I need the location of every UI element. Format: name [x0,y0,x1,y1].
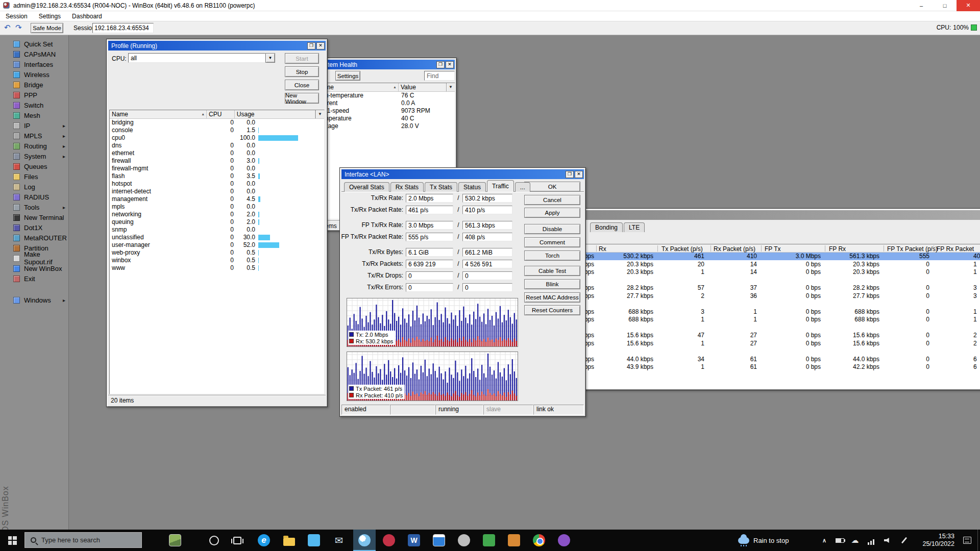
taskbar-calendar-button[interactable] [428,530,450,551]
column-header-fp-tx[interactable]: FP Tx [765,245,781,253]
profile-row[interactable]: bridging00.0 [110,119,324,127]
taskbar-media-purple-button[interactable] [553,530,575,551]
column-header-name[interactable]: Name▲ [110,110,207,118]
profile-row[interactable]: winbox00.5 [110,257,324,264]
profile-row[interactable]: console01.5 [110,127,324,134]
fp-tx-rx-rate-rx-input[interactable]: 561.3 kbps [462,221,512,230]
sidebar-item-new-terminal[interactable]: New Terminal [0,212,68,222]
taskbar-mail-button[interactable]: ✉ [328,530,350,551]
find-input[interactable]: Find [424,71,455,81]
tx-rx-packets-tx-input[interactable]: 6 639 219 [406,260,453,268]
sidebar-item-windows[interactable]: Windows▸ [0,295,68,305]
profile-row[interactable]: unclassified030.0 [110,234,324,241]
menu-session[interactable]: Session [0,11,33,21]
cpu-select-input[interactable]: all [128,53,265,63]
profile-row[interactable]: management04.5 [110,195,324,203]
sidebar-item-ip[interactable]: IP▸ [0,120,68,131]
sidebar-item-wireless[interactable]: Wireless [0,69,68,80]
restore-icon[interactable]: ❐ [307,42,315,49]
settings-button[interactable]: Settings [335,71,360,81]
start-button[interactable]: Start [285,53,319,64]
tab-status[interactable]: Status [458,182,486,192]
cloud-icon[interactable]: ☁ [848,530,862,551]
health-row[interactable]: current0.0 A [315,99,455,107]
close-icon[interactable]: ✕ [957,0,980,11]
ok-button[interactable]: OK [524,182,580,192]
weather-widget[interactable]: Rain to stop [738,530,789,551]
taskbar-store-button[interactable] [303,530,325,551]
torch-button[interactable]: Torch [524,251,580,261]
tab-traffic[interactable]: Traffic [487,180,514,192]
battery-icon[interactable] [833,530,846,551]
taskbar-winbox-button[interactable] [353,530,376,551]
sidebar-item-log[interactable]: Log [0,182,68,192]
sidebar-item-metarouter[interactable]: MetaROUTER [0,233,68,243]
minimize-icon[interactable]: – [910,0,933,11]
tab-bonding[interactable]: Bonding [590,222,623,232]
tab-overall-stats[interactable]: Overall Stats [344,182,389,192]
notification-center-icon[interactable] [961,530,974,551]
blink-button[interactable]: Blink [524,279,580,289]
sidebar-item-dot1x[interactable]: Dot1X [0,222,68,233]
sidebar-item-radius[interactable]: RADIUS [0,192,68,202]
cable-test-button[interactable]: Cable Test [524,266,580,276]
menu-dashboard[interactable]: Dashboard [66,11,108,21]
taskbar-search-input[interactable]: Type here to search [24,532,142,548]
tab-lte[interactable]: LTE [624,222,645,232]
tx-rx-bytes-rx-input[interactable]: 661.2 MiB [462,248,512,257]
filter-dropdown-icon[interactable]: ▼ [446,83,455,91]
tx-rx-packets-rx-input[interactable]: 4 526 591 [462,260,512,268]
column-header-value[interactable]: Value [399,83,446,91]
sidebar-item-exit[interactable]: Exit [0,273,68,284]
taskbar-pinned-photo-button[interactable] [164,530,186,551]
tx-rx-packet-rate-rx-input[interactable]: 410 p/s [462,206,512,214]
menu-settings[interactable]: Settings [33,11,66,21]
profile-row[interactable]: mpls00.0 [110,203,324,211]
cancel-button[interactable]: Cancel [524,195,580,205]
profile-titlebar[interactable]: Profile (Running) ❐ ✕ [108,41,326,51]
column-header-fp-rx[interactable]: FP Rx [829,245,846,253]
sidebar-item-ppp[interactable]: PPP [0,90,68,100]
taskbar-word-button[interactable]: W [403,530,425,551]
tx-rx-bytes-tx-input[interactable]: 6.1 GiB [406,248,453,257]
comment-button[interactable]: Comment [524,237,580,247]
close-button[interactable]: Close [285,80,319,90]
tab-tx-stats[interactable]: Tx Stats [425,182,457,192]
tx-rx-drops-tx-input[interactable]: 0 [406,271,453,280]
tab-rx-stats[interactable]: Rx Stats [390,182,424,192]
profile-row[interactable]: internet-detect00.0 [110,188,324,195]
taskbar-tool-orange-button[interactable] [503,530,525,551]
restore-icon[interactable]: ❐ [436,61,445,68]
volume-icon[interactable] [881,530,894,551]
sidebar-item-system[interactable]: System▸ [0,151,68,161]
column-header-cpu[interactable]: CPU [207,110,235,118]
close-icon[interactable]: ✕ [446,61,454,68]
sidebar-item-quick-set[interactable]: Quick Set [0,39,68,49]
fp-tx-rx-rate-tx-input[interactable]: 3.0 Mbps [406,221,453,230]
taskbar-share-green-button[interactable] [478,530,500,551]
start-button[interactable] [0,530,24,551]
main-titlebar[interactable]: admin@192.168.23.4:65534 (R004-NOC) - Wi… [0,0,980,11]
sidebar-item-bridge[interactable]: Bridge [0,80,68,90]
sidebar-item-files[interactable]: Files [0,171,68,182]
health-row[interactable]: voltage28.0 V [315,122,455,130]
profile-row[interactable]: firewall-mgmt00.0 [110,165,324,172]
filter-dropdown-icon[interactable]: ▼ [315,110,324,118]
column-header-tx-packet-p-s[interactable]: Tx Packet (p/s) [662,245,703,253]
restore-icon[interactable]: ❐ [566,171,574,178]
profile-row[interactable]: firewall03.0 [110,157,324,165]
tx-rx-rate-rx-input[interactable]: 530.2 kbps [462,194,512,203]
tray-chevron-up-icon[interactable]: ∧ [818,530,831,551]
health-row[interactable]: cpu-temperature76 C [315,92,455,99]
profile-row[interactable]: networking02.0 [110,211,324,218]
disable-button[interactable]: Disable [524,224,580,234]
tx-rx-errors-rx-input[interactable]: 0 [462,283,512,292]
close-icon[interactable]: ✕ [575,171,583,178]
profile-row[interactable]: queuing02.0 [110,218,324,226]
taskbar-task-view-button[interactable] [226,530,249,551]
sidebar-item-queues[interactable]: Queues [0,161,68,171]
fp-tx-rx-packet-rate-tx-input[interactable]: 555 p/s [406,233,453,241]
network-icon[interactable] [865,530,878,551]
close-icon[interactable]: ✕ [316,42,325,49]
tx-rx-rate-tx-input[interactable]: 2.0 Mbps [406,194,453,203]
